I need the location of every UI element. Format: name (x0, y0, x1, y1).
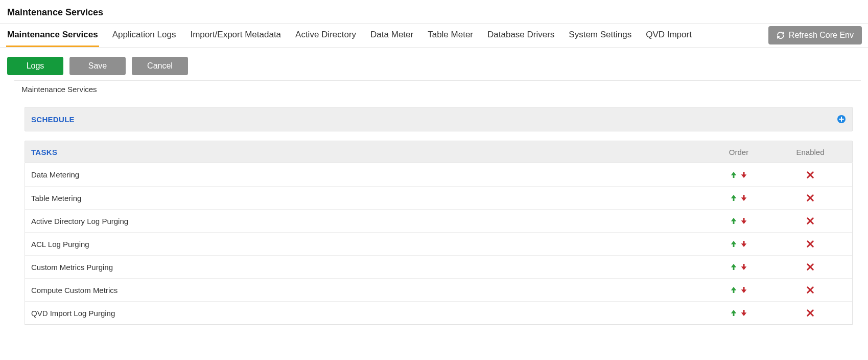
move-up-icon[interactable] (729, 262, 738, 272)
task-enabled-cell (775, 170, 846, 179)
task-row: Compute Custom Metrics (25, 278, 852, 301)
refresh-button-label: Refresh Core Env (789, 31, 854, 40)
schedule-header: SCHEDULE (25, 107, 853, 131)
save-button[interactable]: Save (69, 57, 126, 75)
move-down-icon[interactable] (739, 170, 748, 179)
tab-qvd-import[interactable]: QVD Import (645, 24, 693, 47)
tab-import-export-metadata[interactable]: Import/Export Metadata (189, 24, 282, 47)
move-up-icon[interactable] (729, 170, 738, 179)
disabled-icon[interactable] (806, 285, 815, 295)
move-down-icon[interactable] (739, 216, 748, 226)
task-name: QVD Import Log Purging (31, 309, 703, 318)
disabled-icon[interactable] (806, 239, 815, 249)
task-row: QVD Import Log Purging (25, 301, 852, 324)
task-name: Active Directory Log Purging (31, 217, 703, 226)
task-name: Compute Custom Metrics (31, 286, 703, 295)
tab-table-meter[interactable]: Table Meter (427, 24, 474, 47)
task-name: Table Metering (31, 194, 703, 202)
breadcrumb: Maintenance Services (14, 80, 861, 98)
task-row: Custom Metrics Purging (25, 255, 852, 278)
move-up-icon[interactable] (729, 308, 738, 318)
task-enabled-cell (775, 239, 846, 249)
tabs-bar: Maintenance ServicesApplication LogsImpo… (0, 23, 868, 48)
disabled-icon[interactable] (806, 308, 815, 318)
disabled-icon[interactable] (806, 193, 815, 202)
tasks-header: TASKS Order Enabled (25, 141, 853, 163)
tab-maintenance-services[interactable]: Maintenance Services (6, 24, 99, 47)
task-enabled-cell (775, 216, 846, 226)
tasks-col-order: Order (703, 148, 775, 156)
task-row: Table Metering (25, 186, 852, 209)
task-order-controls (703, 193, 775, 202)
task-name: Custom Metrics Purging (31, 263, 703, 272)
disabled-icon[interactable] (806, 216, 815, 226)
task-order-controls (703, 216, 775, 226)
schedule-section: SCHEDULE (25, 107, 853, 131)
add-schedule-icon[interactable] (837, 115, 846, 124)
task-enabled-cell (775, 285, 846, 295)
move-down-icon[interactable] (739, 262, 748, 272)
task-row: Active Directory Log Purging (25, 209, 852, 232)
tab-application-logs[interactable]: Application Logs (111, 24, 177, 47)
task-order-controls (703, 285, 775, 295)
tab-system-settings[interactable]: System Settings (568, 24, 632, 47)
right-actions: Refresh Core Env (768, 24, 862, 47)
move-up-icon[interactable] (729, 216, 738, 226)
refresh-icon (777, 31, 785, 39)
move-down-icon[interactable] (739, 193, 748, 202)
move-up-icon[interactable] (729, 285, 738, 295)
move-down-icon[interactable] (739, 239, 748, 249)
page-title: Maintenance Services (0, 0, 868, 23)
task-order-controls (703, 239, 775, 249)
tasks-title: TASKS (31, 148, 703, 156)
logs-button[interactable]: Logs (7, 57, 63, 75)
action-row: Logs Save Cancel (0, 48, 868, 80)
task-row: Data Metering (25, 163, 852, 186)
task-row: ACL Log Purging (25, 232, 852, 255)
schedule-title: SCHEDULE (31, 115, 75, 124)
tab-data-meter[interactable]: Data Meter (369, 24, 414, 47)
disabled-icon[interactable] (806, 170, 815, 179)
disabled-icon[interactable] (806, 262, 815, 272)
tasks-body: Data MeteringTable MeteringActive Direct… (25, 163, 853, 325)
panel-area: SCHEDULE TASKS Order Enabled Data Meteri… (0, 107, 868, 325)
task-order-controls (703, 308, 775, 318)
tasks-col-enabled: Enabled (775, 148, 846, 156)
task-enabled-cell (775, 193, 846, 202)
cancel-button[interactable]: Cancel (132, 57, 188, 75)
tasks-section: TASKS Order Enabled Data MeteringTable M… (25, 141, 853, 325)
task-enabled-cell (775, 262, 846, 272)
tab-database-drivers[interactable]: Database Drivers (486, 24, 555, 47)
task-name: ACL Log Purging (31, 240, 703, 249)
refresh-core-env-button[interactable]: Refresh Core Env (768, 26, 862, 44)
move-up-icon[interactable] (729, 239, 738, 249)
task-order-controls (703, 262, 775, 272)
tabs-list: Maintenance ServicesApplication LogsImpo… (6, 24, 693, 47)
move-down-icon[interactable] (739, 308, 748, 318)
move-up-icon[interactable] (729, 193, 738, 202)
task-name: Data Metering (31, 170, 703, 179)
task-enabled-cell (775, 308, 846, 318)
tab-active-directory[interactable]: Active Directory (294, 24, 357, 47)
task-order-controls (703, 170, 775, 179)
move-down-icon[interactable] (739, 285, 748, 295)
